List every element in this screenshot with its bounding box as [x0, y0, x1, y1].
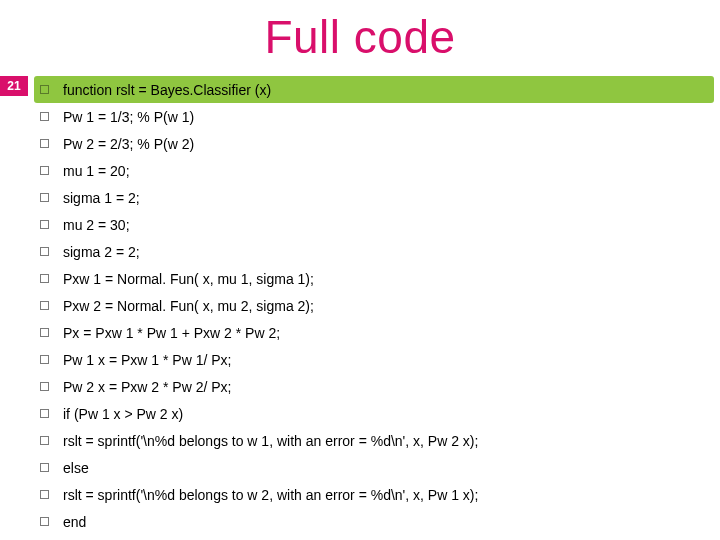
square-bullet-icon: [40, 85, 49, 94]
square-bullet-icon: [40, 517, 49, 526]
code-line: mu 2 = 30;: [34, 211, 720, 238]
code-line: rslt = sprintf('\n%d belongs to w 1, wit…: [34, 427, 720, 454]
square-bullet-icon: [40, 193, 49, 202]
code-line: Pw 1 x = Pxw 1 * Pw 1/ Px;: [34, 346, 720, 373]
square-bullet-icon: [40, 436, 49, 445]
code-text: Pw 1 = 1/3; % P(w 1): [63, 109, 194, 125]
square-bullet-icon: [40, 247, 49, 256]
square-bullet-icon: [40, 409, 49, 418]
code-text: Pw 1 x = Pxw 1 * Pw 1/ Px;: [63, 352, 231, 368]
code-line: sigma 1 = 2;: [34, 184, 720, 211]
code-text: mu 1 = 20;: [63, 163, 130, 179]
square-bullet-icon: [40, 328, 49, 337]
code-text: rslt = sprintf('\n%d belongs to w 1, wit…: [63, 433, 478, 449]
code-line: end: [34, 508, 720, 535]
code-text: Pxw 1 = Normal. Fun( x, mu 1, sigma 1);: [63, 271, 314, 287]
code-lines: function rslt = Bayes.Classifier (x)Pw 1…: [34, 76, 720, 535]
code-text: Px = Pxw 1 * Pw 1 + Pxw 2 * Pw 2;: [63, 325, 280, 341]
slide-content: 21 function rslt = Bayes.Classifier (x)P…: [0, 76, 720, 535]
slide-number-badge: 21: [0, 76, 28, 96]
code-line: Pw 2 x = Pxw 2 * Pw 2/ Px;: [34, 373, 720, 400]
square-bullet-icon: [40, 301, 49, 310]
square-bullet-icon: [40, 139, 49, 148]
code-text: end: [63, 514, 86, 530]
code-line: Pw 1 = 1/3; % P(w 1): [34, 103, 720, 130]
code-text: function rslt = Bayes.Classifier (x): [63, 82, 271, 98]
code-text: sigma 1 = 2;: [63, 190, 140, 206]
square-bullet-icon: [40, 382, 49, 391]
code-line: Pw 2 = 2/3; % P(w 2): [34, 130, 720, 157]
square-bullet-icon: [40, 112, 49, 121]
square-bullet-icon: [40, 490, 49, 499]
code-text: Pxw 2 = Normal. Fun( x, mu 2, sigma 2);: [63, 298, 314, 314]
code-line: mu 1 = 20;: [34, 157, 720, 184]
code-line: Pxw 2 = Normal. Fun( x, mu 2, sigma 2);: [34, 292, 720, 319]
code-line: Pxw 1 = Normal. Fun( x, mu 1, sigma 1);: [34, 265, 720, 292]
code-line: sigma 2 = 2;: [34, 238, 720, 265]
code-line: rslt = sprintf('\n%d belongs to w 2, wit…: [34, 481, 720, 508]
code-line: else: [34, 454, 720, 481]
code-line: Px = Pxw 1 * Pw 1 + Pxw 2 * Pw 2;: [34, 319, 720, 346]
square-bullet-icon: [40, 166, 49, 175]
square-bullet-icon: [40, 463, 49, 472]
code-text: rslt = sprintf('\n%d belongs to w 2, wit…: [63, 487, 478, 503]
code-text: if (Pw 1 x > Pw 2 x): [63, 406, 183, 422]
code-text: else: [63, 460, 89, 476]
square-bullet-icon: [40, 355, 49, 364]
square-bullet-icon: [40, 274, 49, 283]
code-text: Pw 2 = 2/3; % P(w 2): [63, 136, 194, 152]
square-bullet-icon: [40, 220, 49, 229]
code-text: Pw 2 x = Pxw 2 * Pw 2/ Px;: [63, 379, 231, 395]
code-line: if (Pw 1 x > Pw 2 x): [34, 400, 720, 427]
code-text: mu 2 = 30;: [63, 217, 130, 233]
code-text: sigma 2 = 2;: [63, 244, 140, 260]
code-line: function rslt = Bayes.Classifier (x): [34, 76, 714, 103]
slide-title: Full code: [0, 10, 720, 64]
